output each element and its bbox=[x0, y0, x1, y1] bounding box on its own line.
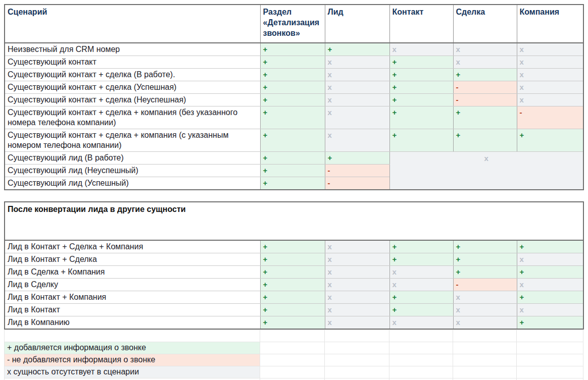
table-row: Существующий контакт + сделка (Неуспешна… bbox=[5, 94, 583, 106]
value-cell: + bbox=[260, 253, 325, 266]
value-cell: - bbox=[453, 81, 517, 94]
value-cell: + bbox=[453, 266, 517, 279]
value-cell: + bbox=[453, 129, 517, 152]
value-cell: x bbox=[453, 304, 517, 316]
value-cell: + bbox=[260, 43, 325, 56]
value-cell: x bbox=[325, 316, 389, 330]
value-cell: x bbox=[325, 240, 389, 253]
value-cell: + bbox=[260, 304, 325, 316]
legend-row: x сущность отсутствует в сценарии bbox=[5, 366, 583, 378]
value-cell: x bbox=[517, 81, 583, 94]
value-cell: + bbox=[389, 69, 453, 81]
table-row: Лид в Сделка + Компания+xx++ bbox=[5, 266, 583, 279]
table-row: Существующий контакт + сделка (Успешная)… bbox=[5, 81, 583, 94]
table-row: Существующий контакт + сделка + компания… bbox=[5, 129, 583, 152]
value-cell: + bbox=[389, 129, 453, 152]
value-cell: + bbox=[260, 165, 325, 177]
empty-grid-row bbox=[5, 378, 583, 380]
scenario-label: Существующий лид (В работе) bbox=[5, 152, 260, 165]
value-cell: x bbox=[517, 69, 583, 81]
value-cell: + bbox=[389, 56, 453, 69]
legend-table: + добавляется информация о звонке- не до… bbox=[4, 330, 583, 380]
value-cell: + bbox=[260, 177, 325, 190]
value-cell: + bbox=[517, 291, 583, 304]
value-cell: + bbox=[389, 291, 453, 304]
value-cell: + bbox=[517, 316, 583, 330]
table-row: Существующий лид (В работе)++x bbox=[5, 152, 583, 165]
value-cell: + bbox=[453, 240, 517, 253]
value-cell: + bbox=[517, 240, 583, 253]
value-cell: x bbox=[325, 129, 389, 152]
table-row: Существующий контакт+x+xx bbox=[5, 56, 583, 69]
table-row: Лид в Компанию+xxx+ bbox=[5, 316, 583, 330]
sheet-content: СценарийРаздел «Детализация звонков»ЛидК… bbox=[0, 0, 588, 380]
value-cell: x bbox=[325, 291, 389, 304]
scenario-label: Существующий контакт + сделка (Неуспешна… bbox=[5, 94, 260, 106]
value-cell: + bbox=[260, 106, 325, 129]
column-header-4: Сделка bbox=[453, 5, 517, 43]
scenario-label: Существующий контакт bbox=[5, 56, 260, 69]
empty-cell bbox=[325, 378, 389, 380]
empty-cell bbox=[389, 366, 453, 378]
value-cell: x bbox=[453, 291, 517, 304]
value-cell: x bbox=[453, 316, 517, 330]
legend-item-minus: - не добавляется информация о звонке bbox=[5, 354, 260, 366]
column-header-2: Лид bbox=[325, 5, 389, 43]
table-header-row: СценарийРаздел «Детализация звонков»ЛидК… bbox=[5, 5, 583, 43]
value-cell: - bbox=[325, 177, 389, 190]
column-header-0: Сценарий bbox=[5, 5, 260, 43]
empty-cell bbox=[325, 330, 389, 342]
value-cell: x bbox=[517, 253, 583, 266]
table-row: Лид в Контакт + Сделка+x++x bbox=[5, 253, 583, 266]
empty-cell bbox=[389, 330, 453, 342]
value-cell: + bbox=[389, 304, 453, 316]
empty-cell bbox=[517, 342, 583, 354]
value-cell: + bbox=[453, 106, 517, 129]
empty-cell bbox=[260, 354, 325, 366]
column-header-3: Контакт bbox=[389, 5, 453, 43]
value-cell: x bbox=[517, 279, 583, 291]
value-cell: x bbox=[389, 279, 453, 291]
value-cell: + bbox=[517, 266, 583, 279]
value-cell: + bbox=[260, 152, 325, 165]
value-cell: x bbox=[325, 56, 389, 69]
empty-cell bbox=[517, 378, 583, 380]
value-cell: x bbox=[325, 279, 389, 291]
value-cell: - bbox=[325, 165, 389, 177]
scenario-label: Лид в Сделку bbox=[5, 279, 260, 291]
legend-item-absent: x сущность отсутствует в сценарии bbox=[5, 366, 260, 378]
value-cell: x bbox=[325, 94, 389, 106]
empty-cell bbox=[325, 342, 389, 354]
value-cell: + bbox=[453, 69, 517, 81]
scenario-label: Существующий контакт + сделка (Успешная) bbox=[5, 81, 260, 94]
legend-item-plus: + добавляется информация о звонке bbox=[5, 342, 260, 354]
empty-cell bbox=[453, 366, 517, 378]
empty-cell bbox=[453, 378, 517, 380]
column-header-5: Компания bbox=[517, 5, 583, 43]
value-cell: + bbox=[260, 316, 325, 330]
empty-cell bbox=[453, 342, 517, 354]
value-cell: + bbox=[325, 152, 389, 165]
scenario-label: Существующий контакт + сделка + компания… bbox=[5, 129, 260, 152]
lead-conversion-table: После конвертации лида в другие сущности… bbox=[4, 201, 584, 330]
section-title: После конвертации лида в другие сущности bbox=[5, 202, 583, 240]
value-cell: + bbox=[260, 266, 325, 279]
scenario-label: Лид в Сделка + Компания bbox=[5, 266, 260, 279]
scenario-label: Лид в Контакт + Сделка bbox=[5, 253, 260, 266]
value-cell: x bbox=[517, 304, 583, 316]
table-row: Существующий контакт + сделка + компания… bbox=[5, 106, 583, 129]
scenario-label: Существующий контакт + сделка + компания… bbox=[5, 106, 260, 129]
value-cell: + bbox=[260, 69, 325, 81]
value-cell: x bbox=[517, 94, 583, 106]
merged-absent-cell: x bbox=[389, 152, 583, 190]
value-cell: + bbox=[260, 240, 325, 253]
call-scenarios-table: СценарийРаздел «Детализация звонков»ЛидК… bbox=[4, 4, 584, 190]
table-row: Неизвестный для CRM номер++xxx bbox=[5, 43, 583, 56]
value-cell: x bbox=[325, 69, 389, 81]
empty-cell bbox=[389, 378, 453, 380]
value-cell: x bbox=[325, 106, 389, 129]
scenario-label: Существующий лид (Успешный) bbox=[5, 177, 260, 190]
value-cell: + bbox=[260, 94, 325, 106]
section-header-row: После конвертации лида в другие сущности bbox=[5, 202, 583, 240]
scenario-label: Существующий контакт + сделка (В работе)… bbox=[5, 69, 260, 81]
